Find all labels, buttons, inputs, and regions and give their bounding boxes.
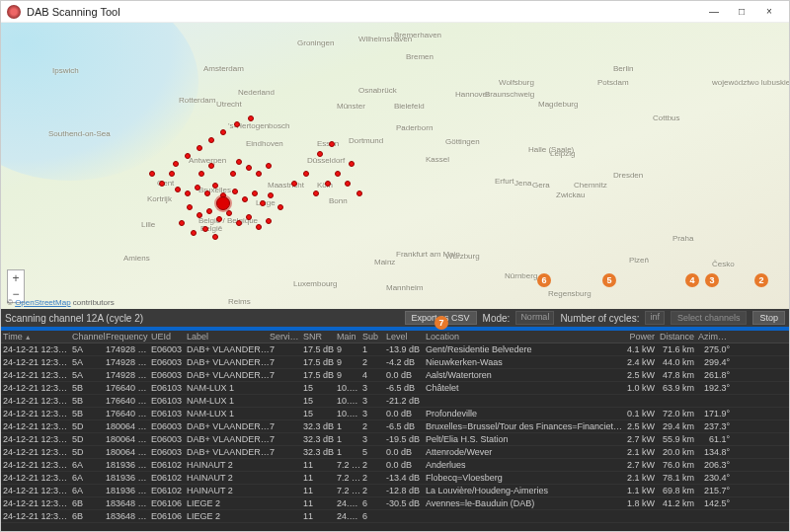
col-snr[interactable]: SNR [303,332,337,342]
col-time[interactable]: Time▲ [3,332,72,342]
transmitter-marker[interactable] [208,137,214,143]
transmitter-marker[interactable] [216,216,222,222]
cell-level: 0.0 dB [386,460,426,470]
transmitter-marker[interactable] [260,200,266,206]
transmitter-marker[interactable] [234,121,240,127]
stop-button[interactable]: Stop [752,311,785,325]
transmitter-marker[interactable] [349,161,355,167]
city-label: Kortrijk [147,194,172,203]
transmitter-marker[interactable] [345,181,351,187]
transmitter-marker[interactable] [206,208,212,214]
transmitter-marker[interactable] [185,190,191,196]
city-label: Halle (Saale) [528,145,574,154]
transmitter-marker[interactable] [226,210,232,216]
transmitter-marker[interactable] [179,220,185,226]
transmitter-marker[interactable] [256,224,262,230]
col-distance[interactable]: Distance [659,332,698,342]
transmitter-marker[interactable] [191,230,197,236]
transmitter-marker[interactable] [329,141,335,147]
transmitter-marker[interactable] [246,165,252,171]
table-row[interactable]: 24-12-21 12:38:446B183648 kHzE06106LIEGE… [1,497,789,510]
transmitter-marker[interactable] [220,129,226,135]
col-location[interactable]: Location [426,332,623,342]
transmitter-marker[interactable] [149,171,155,177]
transmitter-marker[interactable] [313,190,319,196]
table-row[interactable]: 24-12-21 12:38:265D180064 kHzE06003DAB+ … [1,433,789,446]
col-azimuth[interactable]: Azimuth [698,332,734,342]
transmitter-marker[interactable] [303,171,309,177]
cell-freq: 181936 kHz [106,460,151,470]
transmitter-marker[interactable] [195,185,200,190]
col-label[interactable]: Label [187,332,270,342]
col-sub[interactable]: Sub [362,332,386,342]
col-main[interactable]: Main [337,332,362,342]
transmitter-marker[interactable] [317,151,323,157]
cell-freq: 180064 kHz [106,447,151,457]
col-frequency[interactable]: Frequency [106,332,151,342]
col-channel[interactable]: Channel [72,332,106,342]
transmitter-marker[interactable] [202,226,208,232]
transmitter-marker[interactable] [175,187,181,192]
transmitter-marker[interactable] [185,153,191,159]
selected-transmitter-marker[interactable] [216,196,230,210]
transmitter-marker[interactable] [268,192,274,198]
col-level[interactable]: Level [386,332,426,342]
table-row[interactable]: 24-12-21 12:38:356A181936 kHzE06102HAINA… [1,459,789,472]
city-label: Praha [672,234,693,243]
minimize-button[interactable]: — [700,2,728,22]
cell-loc: Profondeville [426,409,623,418]
transmitter-marker[interactable] [248,115,254,121]
transmitter-marker[interactable] [356,190,362,196]
table-row[interactable]: 24-12-21 12:38:115B176640 kHzE06103NAM-L… [1,395,789,408]
cell-az: 275.0° [698,344,734,354]
table-row[interactable]: 24-12-21 12:38:115B176640 kHzE06103NAM-L… [1,382,789,395]
maximize-button[interactable]: □ [728,2,755,22]
transmitter-marker[interactable] [187,204,193,210]
transmitter-marker[interactable] [246,214,252,220]
zoom-in-button[interactable]: + [8,270,24,286]
transmitter-marker[interactable] [242,196,248,202]
transmitter-marker[interactable] [198,171,204,177]
transmitter-marker[interactable] [252,190,258,196]
table-row[interactable]: 24-12-21 12:38:115B176640 kHzE06103NAM-L… [1,408,789,420]
transmitter-marker[interactable] [236,159,242,165]
transmitter-marker[interactable] [173,161,179,167]
transmitter-marker[interactable] [291,181,297,187]
transmitter-marker[interactable] [208,163,214,169]
table-row[interactable]: 24-12-21 12:38:356A181936 kHzE06102HAINA… [1,472,789,485]
transmitter-marker[interactable] [335,171,341,177]
table-row[interactable]: 24-12-21 12:38:025A174928 kHzE06003DAB+ … [1,343,789,356]
cycles-input[interactable]: inf [645,311,665,325]
transmitter-marker[interactable] [325,181,331,187]
table-row[interactable]: 24-12-21 12:38:025A174928 kHzE06003DAB+ … [1,356,789,369]
select-channels-button[interactable]: Select channels [671,311,748,325]
table-row[interactable]: 24-12-21 12:38:265D180064 kHzE06003DAB+ … [1,446,789,459]
transmitter-marker[interactable] [266,218,272,224]
transmitter-marker[interactable] [212,234,218,240]
table-row[interactable]: 24-12-21 12:38:025A174928 kHzE06003DAB+ … [1,369,789,382]
transmitter-marker[interactable] [159,181,165,187]
cell-level: -4.2 dB [386,357,426,367]
cell-snr: 17.5 dB [303,344,337,354]
table-row[interactable]: 24-12-21 12:38:446B183648 kHzE06106LIEGE… [1,510,789,523]
transmitter-marker[interactable] [169,171,175,177]
col-services[interactable]: Services [270,332,303,342]
transmitter-marker[interactable] [212,183,218,189]
close-button[interactable]: × [755,2,783,22]
transmitter-marker[interactable] [277,204,283,210]
col-ueid[interactable]: UEId [151,332,187,342]
transmitter-marker[interactable] [197,145,202,151]
transmitter-marker[interactable] [197,212,202,218]
transmitter-marker[interactable] [232,189,238,194]
table-row[interactable]: 24-12-21 12:38:265D180064 kHzE06003DAB+ … [1,420,789,433]
transmitter-marker[interactable] [256,171,262,177]
mode-select[interactable]: Normal [515,311,554,325]
transmitter-marker[interactable] [266,163,272,169]
transmitter-marker[interactable] [236,220,242,226]
osm-link[interactable]: OpenStreetMap [15,298,70,307]
map-view[interactable]: AmsterdamRotterdamNederlandUtrecht's-Her… [1,23,789,309]
table-row[interactable]: 24-12-21 12:38:356A181936 kHzE06102HAINA… [1,485,789,497]
transmitter-marker[interactable] [204,190,210,196]
transmitter-marker[interactable] [230,171,236,177]
col-power[interactable]: Power [623,332,659,342]
